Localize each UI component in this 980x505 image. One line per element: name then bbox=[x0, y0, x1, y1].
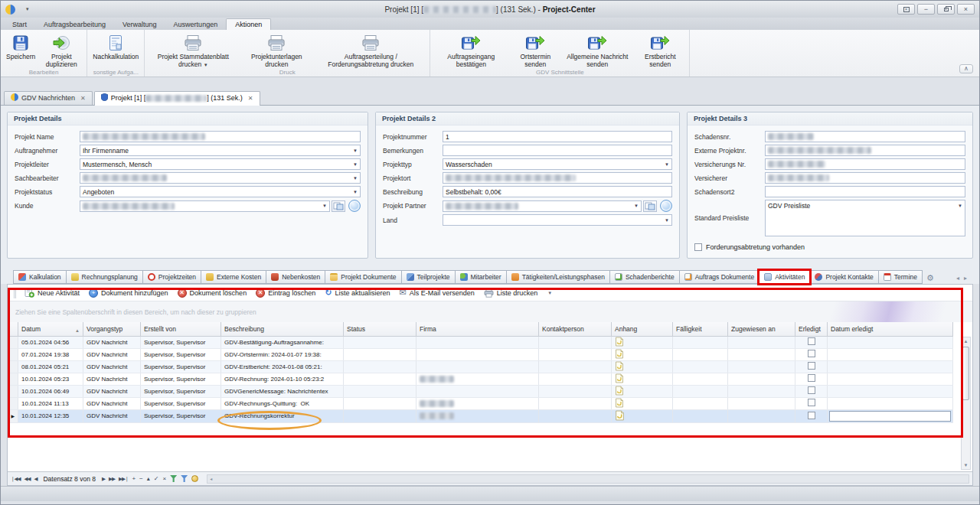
ortstermin-senden-button[interactable]: Ortstermin senden bbox=[509, 32, 561, 69]
erstbericht-senden-button[interactable]: Erstbericht senden bbox=[633, 32, 687, 69]
versicherungs-nr-input[interactable] bbox=[765, 158, 965, 170]
projekt-duplizieren-button[interactable]: Projekt duplizieren bbox=[38, 32, 84, 69]
nav-commit-button[interactable]: ✓ bbox=[154, 475, 159, 482]
kunde-add-button[interactable] bbox=[348, 200, 361, 212]
partner-add-button[interactable] bbox=[660, 200, 672, 212]
doc-tab-gdv-nachrichten[interactable]: GDV Nachrichten ✕ bbox=[4, 91, 93, 105]
collapse-ribbon-button[interactable]: ∧ bbox=[959, 64, 973, 73]
erledigt-checkbox[interactable] bbox=[808, 337, 815, 345]
dokument-loeschen-button[interactable]: ✕Dokument löschen bbox=[174, 287, 251, 299]
projektort-input[interactable] bbox=[443, 172, 672, 184]
erledigt-checkbox[interactable] bbox=[808, 350, 815, 357]
col-anhang[interactable]: Anhang bbox=[612, 322, 673, 336]
projektunterlagen-drucken-button[interactable]: Projektunterlagen drucken bbox=[239, 32, 314, 69]
dokument-hinzufuegen-button[interactable]: +Dokument hinzufügen bbox=[85, 287, 172, 299]
ribbon-tab-verwaltung[interactable]: Verwaltung bbox=[114, 19, 165, 30]
col-firma[interactable]: Firma bbox=[416, 322, 539, 336]
liste-drucken-button[interactable]: Liste drucken bbox=[480, 287, 542, 299]
projektnummer-input[interactable]: 1 bbox=[443, 131, 672, 142]
bemerkungen-input[interactable] bbox=[443, 145, 672, 156]
scroll-down-icon[interactable]: ▼ bbox=[964, 461, 969, 469]
tab-scroll-left-icon[interactable]: ◂ bbox=[956, 275, 959, 282]
auftragserteilung-drucken-button[interactable]: Auftragserteilung / Forderungsabtretung … bbox=[314, 32, 427, 69]
datum-erledigt-input[interactable] bbox=[829, 411, 951, 422]
nav-first-button[interactable]: ❘◀◀ bbox=[11, 476, 20, 482]
close-tab-icon[interactable]: ✕ bbox=[248, 95, 253, 102]
scroll-up-icon[interactable]: ▲ bbox=[964, 337, 969, 345]
tab-projekt-dokumente[interactable]: Projekt Dokumente bbox=[325, 270, 401, 284]
ribbon-tab-auftragsbearbeitung[interactable]: Auftragsbearbeitung bbox=[35, 19, 114, 30]
tab-kalkulation[interactable]: Kalkulation bbox=[13, 270, 67, 284]
toolbar-overflow-icon[interactable]: ▼ bbox=[547, 291, 552, 295]
nav-next-page-button[interactable]: ▶▶ bbox=[109, 476, 115, 482]
table-row-selected[interactable]: ▶ 10.01.2024 12:35GDV NachrichtSuperviso… bbox=[8, 409, 953, 422]
doc-tab-projekt[interactable]: Projekt [1] [] (131 Sek.) ✕ bbox=[94, 91, 260, 106]
erledigt-checkbox[interactable] bbox=[808, 399, 815, 406]
nav-last-button[interactable]: ▶▶❘ bbox=[119, 476, 128, 482]
nav-add-button[interactable]: + bbox=[132, 475, 136, 482]
col-erledigt[interactable]: Erledigt bbox=[795, 322, 828, 336]
projektleiter-combo[interactable]: Mustermensch, Mensch▼ bbox=[80, 158, 361, 170]
projekttyp-combo[interactable]: Wasserschaden▼ bbox=[443, 158, 672, 170]
kunde-details-button[interactable] bbox=[332, 200, 345, 212]
beschreibung-input[interactable]: Selbstbehalt: 0,00€ bbox=[443, 186, 672, 197]
table-row[interactable]: 07.01.2024 19:38GDV NachrichtSupervisor,… bbox=[8, 348, 953, 360]
kunde-combo[interactable]: ▼ bbox=[80, 200, 330, 212]
erledigt-checkbox[interactable] bbox=[808, 386, 815, 394]
tab-schadenberichte[interactable]: Schadenberichte bbox=[609, 270, 680, 284]
minimize-button[interactable]: − bbox=[917, 4, 935, 15]
scroll-left-icon[interactable]: ◂ bbox=[210, 476, 212, 481]
tab-auftrags-dokumente[interactable]: Auftrags Dokumente bbox=[679, 270, 760, 284]
projekt-name-input[interactable] bbox=[80, 131, 361, 142]
sachbearbeiter-combo[interactable]: ▼ bbox=[80, 172, 361, 184]
scrollbar-thumb[interactable] bbox=[962, 347, 969, 400]
tab-rechnungsplanung[interactable]: Rechnungsplanung bbox=[66, 270, 143, 284]
col-zugewiesen-an[interactable]: Zugewiesen an bbox=[728, 322, 795, 336]
auftragseingang-bestaetigen-button[interactable]: Auftragseingang bestätigen bbox=[433, 32, 509, 69]
quick-access-dropdown-icon[interactable]: ▾ bbox=[26, 6, 29, 12]
stammdatenblatt-drucken-button[interactable]: Projekt Stammdatenblatt drucken ▼ bbox=[147, 32, 239, 69]
col-faelligkeit[interactable]: Fälligkeit bbox=[673, 322, 728, 336]
liste-aktualisieren-button[interactable]: ↻Liste aktualisieren bbox=[321, 286, 394, 299]
ribbon-tab-auswertungen[interactable]: Auswertungen bbox=[165, 19, 227, 30]
tab-projektzeiten[interactable]: Projektzeiten bbox=[142, 270, 201, 284]
filter-edit-icon[interactable] bbox=[181, 475, 188, 482]
erledigt-checkbox[interactable] bbox=[808, 374, 815, 382]
schadensort2-input[interactable] bbox=[765, 186, 965, 197]
horizontal-scrollbar[interactable]: ◂ bbox=[207, 474, 969, 484]
auftragnehmer-combo[interactable]: Ihr Firmenname▼ bbox=[80, 145, 361, 156]
history-icon[interactable] bbox=[191, 475, 198, 482]
tab-settings-gear-icon[interactable]: ⚙ bbox=[926, 273, 934, 283]
nav-delete-button[interactable]: − bbox=[139, 475, 143, 482]
als-email-versenden-button[interactable]: ✉Als E-Mail versenden bbox=[395, 286, 478, 299]
projekt-partner-combo[interactable]: ▼ bbox=[443, 200, 642, 212]
erledigt-checkbox[interactable] bbox=[808, 412, 815, 419]
nav-prev-page-button[interactable]: ◀◀ bbox=[24, 476, 30, 482]
col-datum[interactable]: Datum▲ bbox=[18, 322, 83, 336]
speichern-button[interactable]: Speichern bbox=[3, 32, 38, 61]
table-row[interactable]: 08.01.2024 05:21GDV NachrichtSupervisor,… bbox=[8, 360, 953, 373]
versicherer-input[interactable] bbox=[765, 172, 965, 184]
nav-prev-button[interactable]: ◀ bbox=[34, 476, 37, 482]
restore-button[interactable] bbox=[937, 4, 955, 15]
table-row[interactable]: 10.01.2024 11:13GDV NachrichtSupervisor,… bbox=[8, 397, 953, 409]
table-row[interactable]: 10.01.2024 05:23GDV NachrichtSupervisor,… bbox=[8, 373, 953, 385]
tab-teilprojekte[interactable]: Teilprojekte bbox=[401, 270, 456, 284]
group-by-bar[interactable]: Ziehen Sie eine Spaltenüberschrift in di… bbox=[8, 301, 972, 322]
tab-aktivitaeten[interactable]: Aktivitäten bbox=[759, 270, 810, 284]
tab-taetigkeiten[interactable]: Tätigkeiten/Leistungsphasen bbox=[506, 270, 610, 284]
toolbar-grip[interactable] bbox=[14, 288, 16, 298]
close-tab-icon[interactable]: ✕ bbox=[80, 95, 86, 102]
close-button[interactable]: × bbox=[957, 4, 975, 15]
col-datum-erledigt[interactable]: Datum erledigt bbox=[828, 322, 953, 336]
nav-cancel-button[interactable]: × bbox=[162, 475, 166, 482]
forderungsabtretung-checkbox[interactable] bbox=[694, 243, 702, 251]
tab-scroll-right-icon[interactable]: ▸ bbox=[964, 275, 967, 282]
col-beschreibung[interactable]: Beschreibung bbox=[221, 322, 344, 336]
schadensnr-input[interactable] bbox=[765, 131, 965, 142]
col-status[interactable]: Status bbox=[344, 322, 416, 336]
allgemeine-nachricht-button[interactable]: Allgemeine Nachricht senden bbox=[561, 32, 633, 69]
filter-icon[interactable] bbox=[170, 475, 177, 482]
eintrag-loeschen-button[interactable]: ✕Eintrag löschen bbox=[252, 287, 319, 299]
partner-details-button[interactable] bbox=[643, 200, 657, 212]
